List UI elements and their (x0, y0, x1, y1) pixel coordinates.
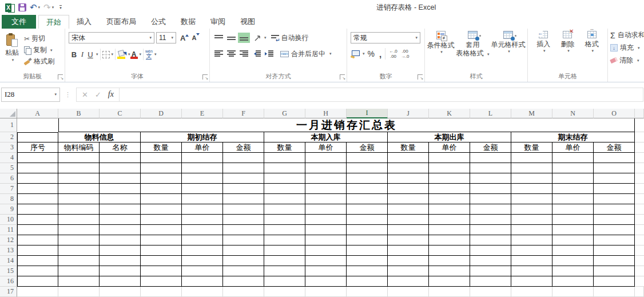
align-left-button[interactable] (213, 49, 225, 59)
cell-N4[interactable] (552, 153, 594, 163)
cell-G16[interactable] (264, 276, 305, 287)
align-right-button[interactable] (238, 49, 250, 59)
cell-O3[interactable]: 金额 (594, 142, 635, 153)
cell-M13[interactable] (511, 245, 552, 256)
cell-B6[interactable] (58, 173, 100, 184)
merge-center-button[interactable]: 合并后居中▾ (280, 49, 332, 59)
decrease-font-size-button[interactable]: A (192, 34, 196, 41)
cell-I4[interactable] (347, 153, 388, 163)
column-header-K[interactable]: K (429, 109, 470, 118)
cell-C7[interactable] (100, 184, 141, 194)
cell-I13[interactable] (347, 245, 388, 256)
cell-I9[interactable] (347, 204, 388, 215)
cell-J16[interactable] (388, 276, 429, 287)
accounting-format-icon[interactable] (351, 50, 360, 58)
column-header-N[interactable]: N (552, 109, 594, 118)
cell-A6[interactable] (17, 173, 58, 184)
font-name-combo[interactable]: 宋体▾ (69, 32, 154, 43)
cell-F7[interactable] (223, 184, 264, 194)
fill-button[interactable]: ↓填充▾ (610, 42, 644, 53)
cell-O4[interactable] (594, 153, 635, 163)
cell-O10[interactable] (594, 215, 635, 225)
cell-B17[interactable] (58, 287, 100, 297)
cell-F6[interactable] (223, 173, 264, 184)
cell-G8[interactable] (264, 194, 305, 204)
cell-C6[interactable] (100, 173, 141, 184)
cell-A3[interactable]: 序号 (17, 142, 58, 153)
cell-C10[interactable] (100, 215, 141, 225)
number-dialog-launcher[interactable] (418, 74, 423, 80)
cell-C17[interactable] (100, 287, 141, 297)
column-header-A[interactable]: A (17, 109, 58, 118)
increase-font-size-button[interactable]: A (180, 34, 185, 42)
cell-O5[interactable] (594, 163, 635, 173)
column-header-E[interactable]: E (182, 109, 223, 118)
cell-C12[interactable] (100, 235, 141, 245)
cell-N8[interactable] (552, 194, 594, 204)
wrap-text-button[interactable]: 自动换行 (271, 33, 309, 43)
tab-formulas[interactable]: 公式 (144, 15, 173, 29)
cell-E7[interactable] (182, 184, 223, 194)
cell-E8[interactable] (182, 194, 223, 204)
cell-C14[interactable] (100, 256, 141, 266)
cell-P3[interactable] (635, 142, 644, 153)
tab-file[interactable]: 文件 (2, 15, 36, 29)
cell-A16[interactable] (17, 276, 58, 287)
name-box[interactable]: I28▾ (1, 88, 60, 102)
cell-L15[interactable] (470, 266, 511, 276)
row-header-15[interactable]: 15 (0, 266, 17, 276)
align-center-button[interactable] (225, 49, 237, 59)
cell-H9[interactable] (305, 204, 347, 215)
format-painter-button[interactable]: 格式刷 (24, 57, 54, 66)
cell-M15[interactable] (511, 266, 552, 276)
cell-D4[interactable] (141, 153, 182, 163)
cell-J4[interactable] (388, 153, 429, 163)
cell-A9[interactable] (17, 204, 58, 215)
sheet-title-cell[interactable]: 一月进销存汇总表 (58, 118, 635, 132)
cell-A7[interactable] (17, 184, 58, 194)
redo-dropdown-arrow[interactable]: ▾ (52, 5, 54, 10)
cell-N5[interactable] (552, 163, 594, 173)
select-all-corner[interactable] (0, 109, 17, 118)
cell-N9[interactable] (552, 204, 594, 215)
column-header-F[interactable]: F (223, 109, 264, 118)
cell-M14[interactable] (511, 256, 552, 266)
cell-C5[interactable] (100, 163, 141, 173)
cell-G13[interactable] (264, 245, 305, 256)
cell-H7[interactable] (305, 184, 347, 194)
cell-B14[interactable] (58, 256, 100, 266)
cell-O13[interactable] (594, 245, 635, 256)
cell-K9[interactable] (429, 204, 470, 215)
cell-P4[interactable] (635, 153, 644, 163)
cell-F3[interactable]: 金额 (223, 142, 264, 153)
cell-G7[interactable] (264, 184, 305, 194)
column-header-J[interactable]: J (388, 109, 429, 118)
column-header-M[interactable]: M (511, 109, 552, 118)
cell-C8[interactable] (100, 194, 141, 204)
cell-L3[interactable]: 金额 (470, 142, 511, 153)
cell-A1[interactable] (17, 118, 58, 132)
row-header-16[interactable]: 16 (0, 276, 17, 287)
cell-N6[interactable] (552, 173, 594, 184)
row-header-11[interactable]: 11 (0, 225, 17, 235)
column-header-B[interactable]: B (58, 109, 100, 118)
cell-J12[interactable] (388, 235, 429, 245)
borders-icon[interactable] (102, 51, 110, 58)
cell-A4[interactable] (17, 153, 58, 163)
cell-B8[interactable] (58, 194, 100, 204)
cell-P1[interactable] (635, 118, 644, 132)
cell-G12[interactable] (264, 235, 305, 245)
cell-K7[interactable] (429, 184, 470, 194)
phonetic-dropdown-arrow[interactable]: ▾ (154, 52, 157, 57)
cell-G14[interactable] (264, 256, 305, 266)
cell-G10[interactable] (264, 215, 305, 225)
name-box-arrow[interactable]: ▾ (54, 92, 57, 97)
cell-K3[interactable]: 单价 (429, 142, 470, 153)
row-header-4[interactable]: 4 (0, 153, 17, 163)
cell-H6[interactable] (305, 173, 347, 184)
comma-style-button[interactable]: , (379, 49, 381, 59)
cell-E12[interactable] (182, 235, 223, 245)
cell-A10[interactable] (17, 215, 58, 225)
decrease-decimal-button[interactable]: .00→.0 (401, 49, 410, 59)
cell-D17[interactable] (141, 287, 182, 297)
